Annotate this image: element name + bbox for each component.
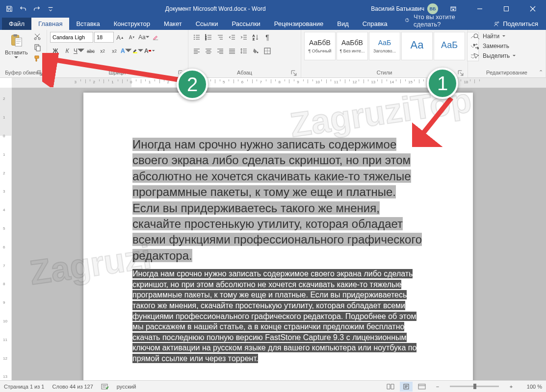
redo-button[interactable] [30,2,43,16]
paragraph-launcher[interactable] [291,70,297,76]
svg-rect-3 [407,18,408,20]
svg-point-15 [194,35,195,36]
tab-view[interactable]: Вид [330,18,356,30]
tab-home[interactable]: Главная [31,18,69,30]
zoom-in-button[interactable]: + [505,382,518,392]
svg-text:Z: Z [253,38,255,41]
maximize-button[interactable] [495,1,518,16]
select-button[interactable]: Выделить [471,51,518,60]
tell-me-label: Что вы хотите сделать? [414,13,480,28]
numbering-button[interactable]: 123 [203,32,214,43]
find-button[interactable]: Найти [471,32,518,41]
increase-indent-button[interactable] [238,32,249,43]
justify-button[interactable] [227,46,237,56]
status-proofing-icon[interactable] [101,383,109,390]
annotation-callout-2: 2 [177,69,208,100]
status-bar: Страница 1 из 1 Слово 44 из 127 русский … [0,380,546,392]
multilevel-list-button[interactable] [215,32,226,43]
quick-access-toolbar [0,2,60,16]
line-spacing-button[interactable] [238,46,249,56]
shading-button[interactable] [250,46,261,56]
paste-button[interactable]: Вставить [3,32,30,59]
font-name-input[interactable] [50,32,93,43]
tab-layout[interactable]: Макет [157,18,189,30]
zoom-level[interactable]: 100 % [520,384,542,390]
status-words[interactable]: Слово 44 из 127 [52,384,93,390]
view-web-button[interactable] [416,382,428,392]
svg-point-5 [495,22,497,24]
zoom-out-button[interactable]: − [431,382,444,392]
style-normal[interactable]: АаБбВ¶ Обычный [304,32,336,60]
borders-button[interactable] [262,46,273,56]
save-button[interactable] [3,2,16,16]
svg-text:A: A [253,34,255,37]
tab-insert[interactable]: Вставка [69,18,106,30]
sort-button[interactable]: AZ [250,32,261,43]
tab-file[interactable]: Файл [2,18,31,30]
paste-icon [8,33,24,49]
annotation-arrow-1 [412,93,466,147]
svg-point-16 [194,37,195,38]
svg-point-25 [474,34,478,38]
styles-launcher[interactable] [458,70,464,76]
share-button[interactable]: Поделиться [485,18,546,30]
collapse-ribbon-button[interactable]: ⌃ [539,69,543,75]
view-read-button[interactable] [384,382,397,392]
status-page[interactable]: Страница 1 из 1 [4,384,44,390]
svg-rect-9 [15,38,22,46]
ribbon-tabs: Файл Главная Вставка Конструктор Макет С… [0,17,546,30]
replace-button[interactable]: abЗаменить [471,42,518,50]
font-size-input[interactable] [94,32,114,43]
show-marks-button[interactable]: ¶ [262,32,273,43]
svg-text:a: a [473,43,475,46]
annotation-callout-1: 1 [427,68,458,99]
decrease-indent-button[interactable] [227,32,237,43]
svg-point-23 [257,52,259,53]
grow-font-button[interactable]: A▲ [115,32,126,43]
svg-point-11 [38,38,40,40]
cut-button[interactable] [32,32,43,42]
tab-review[interactable]: Рецензирование [267,18,330,30]
status-language[interactable]: русский [117,384,136,390]
style-title[interactable]: АаБ [434,32,465,60]
view-print-button[interactable] [400,382,413,392]
svg-line-28 [48,59,180,80]
tab-design[interactable]: Конструктор [107,18,157,30]
share-label: Поделиться [503,20,538,27]
tab-references[interactable]: Ссылки [189,18,225,30]
style-heading1[interactable]: АаБЗаголово... [369,32,400,60]
paragraph-group-label: Абзац [191,69,298,77]
svg-line-29 [418,98,451,140]
annotation-arrow-2 [42,53,184,87]
paragraph-1[interactable]: Иногда нам срочно нужно записать содержи… [132,137,424,264]
tell-me-search[interactable]: Что вы хотите сделать? [399,11,485,30]
window-title: Документ Microsoft Word.docx - Word [60,5,371,12]
paragraph-2[interactable]: Иногда нам срочно нужно записать содержи… [132,269,424,364]
shrink-font-button[interactable]: A▼ [127,32,137,43]
clipboard-group-label: Буфер обмена [3,69,44,77]
format-painter-button[interactable] [32,53,43,63]
tab-help[interactable]: Справка [356,18,394,30]
close-button[interactable] [521,1,544,16]
styles-gallery[interactable]: АаБбВ¶ Обычный АаБбВ¶ Без инте... АаБЗаг… [304,32,465,60]
tab-mailings[interactable]: Рассылки [225,18,267,30]
align-left-button[interactable] [191,46,202,56]
zoom-slider[interactable] [450,386,499,387]
style-heading2[interactable]: Aa [401,32,433,60]
change-case-button[interactable]: Aa [138,32,149,43]
copy-button[interactable] [32,43,43,52]
svg-rect-32 [418,384,425,389]
align-right-button[interactable] [215,46,226,56]
style-no-spacing[interactable]: АаБбВ¶ Без инте... [337,32,368,60]
paste-label: Вставить [5,49,28,55]
svg-point-6 [497,22,499,23]
svg-rect-8 [14,34,18,37]
clear-formatting-button[interactable] [150,32,161,43]
qat-customize-button[interactable] [44,2,57,16]
undo-button[interactable] [17,2,29,16]
bullets-button[interactable] [191,32,202,43]
align-center-button[interactable] [203,46,214,56]
svg-text:3: 3 [205,38,207,41]
vertical-ruler[interactable]: 21012345678910111213 [0,88,12,380]
editing-group-label: Редактирование [471,69,543,77]
